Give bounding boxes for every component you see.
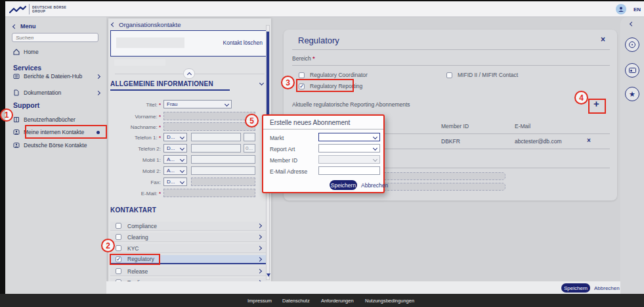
annotation-circle-3: 3 [281, 76, 295, 89]
mobil2-label: Mobil 2: [114, 168, 161, 174]
kontaktart-row-compliance[interactable]: Compliance [110, 222, 267, 231]
mobil2-country-select[interactable]: A... [163, 166, 187, 175]
telefon2-input[interactable] [191, 144, 241, 153]
checkbox[interactable] [116, 223, 121, 229]
chevron-right-icon [257, 235, 262, 239]
modal-save-button[interactable]: Speichern [330, 180, 357, 190]
chevron-down-icon [180, 179, 184, 184]
general-info-section-title: ALLGEMEINE INFORMATIONEN [110, 80, 213, 87]
contacts-icon [13, 142, 20, 149]
kontaktart-row-clearing[interactable]: Clearing [110, 233, 267, 242]
option-label: MIFID II / MIFIR Contact [458, 72, 518, 78]
language-selector[interactable]: EN [633, 7, 641, 12]
save-button[interactable]: Speichern [561, 283, 590, 293]
fax-country-select[interactable]: D... [163, 177, 187, 186]
support-heading: Support [13, 101, 39, 109]
row-label: Clearing [127, 234, 252, 241]
sidebar-item-dokumentation[interactable]: Dokumentation [13, 89, 100, 96]
row-label: Compliance [127, 223, 252, 229]
contact-card-icon[interactable] [625, 63, 639, 78]
annotation-box-1 [25, 125, 107, 139]
option-mifid-mifir-contact[interactable]: MIFID II / MIFIR Contact [446, 72, 518, 78]
checkbox[interactable] [116, 268, 121, 274]
footer: Impressum Datenschutz Anforderungen Nutz… [0, 294, 644, 307]
footer-link-impressum[interactable]: Impressum [247, 298, 272, 304]
chevron-down-icon[interactable] [259, 81, 264, 85]
sidebar-item-deutsche-boerse-kontakte[interactable]: Deutsche Börse Kontakte [13, 142, 100, 149]
table-header-email: E-Mail [515, 123, 530, 130]
chevron-right-icon [96, 90, 100, 95]
breadcrumb-label: Organisationskontakte [119, 21, 181, 28]
email-field[interactable] [163, 189, 255, 197]
cancel-button[interactable]: Abbrechen [594, 285, 620, 291]
checkbox[interactable] [446, 72, 452, 78]
breadcrumb[interactable]: Organisationskontakte [112, 21, 181, 28]
markt-select[interactable] [318, 133, 380, 141]
annotation-box-3 [296, 79, 354, 92]
document-icon [13, 89, 20, 96]
support-icon[interactable] [625, 37, 639, 52]
telefon1-ext-input[interactable] [244, 133, 255, 141]
chevron-down-icon [373, 157, 377, 162]
annotation-circle-2: 2 [101, 239, 115, 252]
telefon1-input[interactable] [191, 133, 241, 141]
report-art-select[interactable] [318, 144, 380, 153]
redacted-contact-subline [114, 59, 165, 66]
member-id-select[interactable] [318, 155, 380, 164]
mobil1-country-select[interactable]: A... [163, 155, 187, 164]
telefon1-country-select[interactable]: D... [163, 133, 187, 141]
collapse-button[interactable] [183, 68, 195, 79]
avatar[interactable] [616, 4, 626, 14]
home-icon [13, 49, 20, 55]
mobil1-input[interactable] [191, 155, 255, 164]
kontaktart-row-release[interactable]: Release [110, 267, 267, 276]
row-label: Release [127, 268, 252, 275]
deutsche-boerse-logo-icon [9, 5, 26, 14]
footer-link-nutzungsbedingungen[interactable]: Nutzungsbedingungen [365, 298, 414, 304]
telefon2-country-select[interactable]: D... [163, 144, 187, 153]
fax-input[interactable] [191, 177, 255, 186]
footer-link-anforderungen[interactable]: Anforderungen [321, 298, 354, 304]
titel-select[interactable]: Frau [163, 100, 232, 108]
menu-toggle[interactable]: Menu [13, 23, 36, 30]
sidebar-item-benutzerhandbuecher[interactable]: Benutzerhandbücher [13, 116, 100, 123]
topbar: DEUTSCHE BÖRSE GROUP EN [5, 1, 644, 17]
mobil2-input[interactable] [191, 166, 255, 175]
right-rail: ★ [620, 17, 644, 294]
vorname-field[interactable] [163, 112, 255, 120]
favorites-star-icon[interactable]: ★ [625, 87, 639, 101]
delete-contact-link[interactable]: Kontakt löschen [223, 39, 263, 46]
checkbox[interactable] [116, 234, 121, 240]
sidebar-item-home[interactable]: Home [13, 49, 39, 55]
email-adresse-input[interactable] [318, 166, 380, 175]
scrollbar-down-icon[interactable] [267, 273, 270, 277]
subscriptions-label: Aktuelle regulatorische Reporting Abonne… [292, 101, 410, 108]
close-icon[interactable]: × [601, 35, 605, 44]
sidebar-item-berichte-dateien-hub[interactable]: Berichte & Dateien-Hub [13, 73, 100, 80]
chevron-right-icon [257, 224, 262, 228]
contact-header-card: Kontakt löschen [110, 30, 268, 57]
fax-label: Fax: [114, 179, 161, 185]
telefon1-label: Telefon 1: * [114, 135, 161, 141]
telefon2-ext-input[interactable]: 0... [244, 144, 255, 153]
redacted-contact-name [116, 37, 184, 48]
checkbox[interactable] [299, 72, 305, 78]
reports-hub-icon [13, 73, 20, 80]
chevron-down-icon [180, 157, 184, 162]
table-header-member-id: Member ID [441, 123, 469, 130]
vorname-label: Vorname: * [114, 114, 161, 120]
benutzerhandbuecher-label: Benutzerhandbücher [24, 116, 75, 123]
collapse-rail-icon[interactable] [630, 22, 634, 26]
search-input[interactable] [12, 33, 98, 42]
footer-link-datenschutz[interactable]: Datenschutz [282, 298, 310, 304]
annotation-circle-4: 4 [574, 91, 588, 105]
delete-row-icon[interactable]: × [587, 137, 591, 144]
checkbox[interactable] [116, 245, 121, 251]
kontaktart-row-kyc[interactable]: KYC [110, 244, 267, 253]
nachname-field[interactable] [163, 122, 255, 131]
modal-cancel-button[interactable]: Abbrechen [361, 182, 388, 189]
option-regulatory-coordinator[interactable]: Regulatory Coordinator [299, 72, 368, 78]
annotation-circle-5: 5 [245, 114, 259, 128]
mobil1-label: Mobil 1: [114, 157, 161, 163]
chevron-down-icon [180, 168, 184, 173]
